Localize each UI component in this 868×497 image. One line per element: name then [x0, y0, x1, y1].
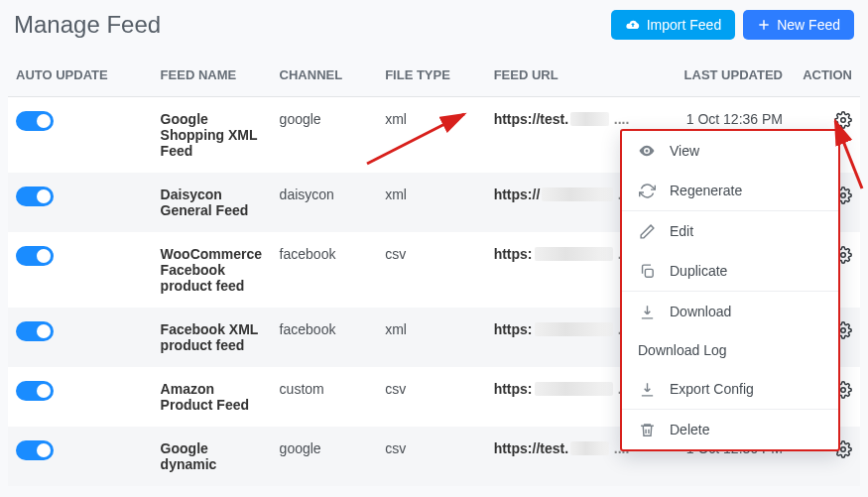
feed-name-cell: Facebook XML product feed — [153, 308, 272, 367]
feed-url-cell[interactable]: https://... — [486, 173, 638, 232]
menu-duplicate-label: Duplicate — [670, 263, 727, 279]
col-auto-update: AUTO UPDATE — [8, 58, 153, 97]
menu-regenerate-label: Regenerate — [670, 183, 742, 198]
col-file-type: FILE TYPE — [377, 58, 485, 97]
auto-update-toggle[interactable] — [16, 321, 54, 341]
feed-url-cell[interactable]: https:... — [486, 232, 638, 308]
auto-update-toggle[interactable] — [16, 186, 54, 206]
menu-edit-label: Edit — [670, 223, 693, 239]
channel-cell: daisycon — [272, 173, 378, 232]
feed-name-cell: Daisycon General Feed — [153, 173, 272, 232]
file-type-cell: xml — [377, 173, 485, 232]
action-menu[interactable]: View Regenerate Edit Duplicate Download … — [620, 129, 840, 451]
feed-name-cell: Amazon Product Feed — [153, 367, 272, 427]
gear-icon[interactable] — [834, 111, 852, 129]
auto-update-toggle[interactable] — [16, 440, 54, 460]
col-last-updated: LAST UPDATED — [637, 58, 791, 97]
edit-icon — [638, 222, 656, 240]
channel-cell: google — [272, 427, 378, 486]
plus-icon — [757, 18, 771, 32]
channel-cell: facebook — [272, 308, 378, 367]
menu-delete-label: Delete — [670, 422, 709, 437]
file-type-cell: csv — [377, 427, 485, 486]
auto-update-toggle[interactable] — [16, 246, 54, 266]
menu-regenerate[interactable]: Regenerate — [622, 171, 838, 210]
menu-delete[interactable]: Delete — [622, 410, 838, 449]
import-feed-button[interactable]: Import Feed — [611, 10, 735, 40]
channel-cell: facebook — [272, 232, 378, 308]
menu-view-label: View — [670, 143, 699, 159]
file-type-cell: csv — [377, 367, 485, 427]
auto-update-toggle[interactable] — [16, 111, 54, 131]
duplicate-icon — [638, 262, 656, 280]
new-feed-button[interactable]: New Feed — [743, 10, 854, 40]
feed-name-cell: Google dynamic — [153, 427, 272, 486]
menu-view[interactable]: View — [622, 131, 838, 171]
new-feed-label: New Feed — [777, 17, 840, 33]
auto-update-toggle[interactable] — [16, 381, 54, 401]
col-action: ACTION — [791, 58, 860, 97]
svg-point-0 — [841, 118, 846, 123]
file-type-cell: xml — [377, 308, 485, 367]
feed-url-cell[interactable]: https://test..... — [486, 427, 638, 486]
col-channel: CHANNEL — [272, 58, 378, 97]
feed-name-cell: WooCommerce Facebook product feed — [153, 232, 272, 308]
svg-point-2 — [841, 253, 846, 258]
svg-point-1 — [841, 193, 846, 198]
svg-rect-6 — [645, 269, 653, 277]
col-feed-name: FEED NAME — [153, 58, 272, 97]
download-icon — [638, 303, 656, 320]
menu-download-log[interactable]: Download Log — [622, 331, 838, 369]
file-type-cell: csv — [377, 232, 485, 308]
feed-url-cell[interactable]: https:... — [486, 308, 638, 367]
eye-icon — [638, 142, 656, 160]
menu-download-label: Download — [670, 304, 731, 319]
col-feed-url: FEED URL — [486, 58, 638, 97]
import-feed-label: Import Feed — [647, 17, 721, 33]
feed-name-cell: Google Shopping XML Feed — [153, 97, 272, 174]
channel-cell: custom — [272, 367, 378, 427]
export-icon — [638, 380, 656, 398]
cloud-upload-icon — [625, 17, 641, 33]
svg-point-5 — [841, 447, 846, 452]
menu-download-log-label: Download Log — [638, 342, 727, 358]
menu-edit[interactable]: Edit — [622, 211, 838, 251]
menu-download[interactable]: Download — [622, 292, 838, 331]
menu-export-config-label: Export Config — [670, 381, 754, 397]
refresh-icon — [638, 182, 656, 199]
svg-point-3 — [841, 328, 846, 333]
channel-cell: google — [272, 97, 378, 174]
menu-export-config[interactable]: Export Config — [622, 369, 838, 409]
feed-url-cell[interactable]: https:... — [486, 367, 638, 427]
file-type-cell: xml — [377, 97, 485, 174]
feed-url-cell[interactable]: https://test..... — [486, 97, 638, 174]
menu-duplicate[interactable]: Duplicate — [622, 251, 838, 291]
page-title: Manage Feed — [14, 11, 161, 39]
trash-icon — [638, 421, 656, 438]
svg-point-4 — [841, 388, 846, 393]
